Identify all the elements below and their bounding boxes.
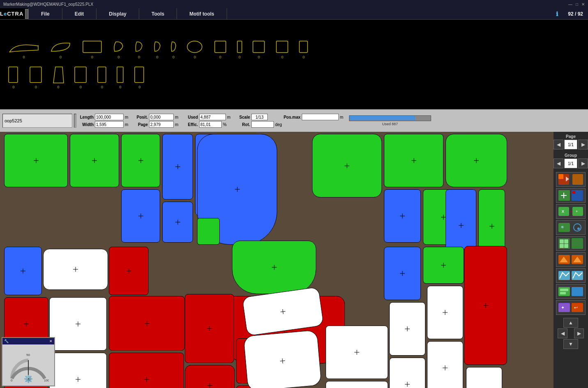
- piece-blue-r2-1[interactable]: [4, 247, 42, 295]
- tool-btn-6[interactable]: [556, 252, 586, 267]
- piece-5[interactable]: [162, 134, 193, 200]
- info-button[interactable]: ℹ: [551, 8, 563, 19]
- posit-input[interactable]: [149, 114, 174, 120]
- tool-icon-6: [558, 253, 584, 266]
- thumb-item-14[interactable]: 0: [7, 66, 20, 89]
- piece-4[interactable]: [121, 189, 160, 243]
- piece-white-r3-2[interactable]: [49, 353, 107, 388]
- thumb-item-20[interactable]: 0: [133, 66, 146, 89]
- thumb-item-19[interactable]: 0: [116, 66, 124, 89]
- piece-green-tr1[interactable]: [312, 134, 382, 197]
- thumb-svg-13: [299, 40, 309, 54]
- posmax-input[interactable]: [302, 114, 339, 120]
- tool-icon-5: [558, 237, 584, 250]
- tool-btn-5[interactable]: [556, 236, 586, 251]
- minimize-btn[interactable]: —: [568, 2, 572, 7]
- thumb-item-12[interactable]: 0: [275, 40, 289, 59]
- piece-white-r3-right2[interactable]: [326, 381, 388, 388]
- width-input[interactable]: [95, 121, 124, 128]
- piece-2[interactable]: [70, 134, 119, 187]
- rot-input[interactable]: [251, 121, 274, 128]
- piece-red-right-col[interactable]: [464, 246, 507, 365]
- piece-white-fr-1[interactable]: [389, 302, 425, 356]
- svg-rect-20: [558, 174, 563, 179]
- svg-rect-12: [135, 67, 144, 83]
- page-prev-btn[interactable]: ◀: [554, 140, 563, 149]
- menu-edit[interactable]: Edit: [62, 8, 97, 19]
- piece-white-r2-1[interactable]: [43, 249, 108, 290]
- scroll-right-btn[interactable]: ▶: [574, 328, 584, 338]
- thumb-item-18[interactable]: 0: [97, 66, 107, 89]
- svg-text:↩: ↩: [574, 305, 578, 310]
- thumb-item-13[interactable]: 0: [299, 40, 309, 59]
- scroll-left-btn[interactable]: ◀: [558, 328, 567, 338]
- thumb-num-3: 0: [91, 55, 93, 59]
- thumb-item-16[interactable]: 0: [52, 66, 64, 89]
- thumb-item-11[interactable]: 0: [252, 40, 266, 59]
- thumb-item-9[interactable]: 0: [213, 40, 227, 59]
- piece-green-r2-right[interactable]: [423, 247, 464, 284]
- scroll-up-btn[interactable]: ▲: [563, 318, 578, 328]
- svg-text:+: +: [576, 209, 578, 214]
- piece-green-tr2[interactable]: [384, 134, 443, 187]
- thumb-item-4[interactable]: 0: [113, 40, 125, 59]
- piece-white-r3-right1[interactable]: [326, 326, 388, 379]
- effic-input[interactable]: [199, 121, 222, 128]
- menu-tools[interactable]: Tools: [139, 8, 177, 19]
- piece-blue-r1[interactable]: [384, 189, 421, 243]
- piece-blue-r2-right[interactable]: [384, 247, 421, 300]
- piece-white-fr-6[interactable]: [466, 367, 502, 388]
- thumb-item-5[interactable]: 0: [134, 40, 144, 59]
- tool-btn-9[interactable]: ✦ ↩: [556, 300, 586, 315]
- tool-btn-8[interactable]: [556, 284, 586, 299]
- piece-red-r2-1[interactable]: [109, 247, 149, 295]
- tool-btn-4[interactable]: 🔍: [556, 220, 586, 235]
- group-prev-btn[interactable]: ◀: [554, 158, 563, 168]
- thumb-item-1[interactable]: 0: [7, 40, 40, 59]
- piece-green-fr1[interactable]: [446, 134, 507, 187]
- widget-close[interactable]: ✕: [49, 339, 53, 343]
- piece-white-fr-4[interactable]: [427, 341, 463, 388]
- thumb-item-7[interactable]: 0: [170, 40, 177, 59]
- svg-rect-4: [253, 41, 264, 53]
- tool-btn-2[interactable]: [556, 188, 586, 203]
- piece-green-curve[interactable]: [232, 241, 316, 294]
- page-next-btn[interactable]: ▶: [578, 140, 588, 149]
- piece-red-round-1[interactable]: [185, 365, 235, 388]
- svg-rect-0: [83, 41, 101, 53]
- piece-white-curve-r3[interactable]: [243, 330, 322, 388]
- piece-3[interactable]: [121, 134, 160, 187]
- piece-1[interactable]: [4, 134, 68, 187]
- thumb-item-3[interactable]: 0: [81, 40, 103, 59]
- length-input[interactable]: [95, 114, 124, 120]
- scroll-down-btn[interactable]: ▼: [563, 339, 578, 349]
- piece-red-r2-2[interactable]: [109, 296, 185, 351]
- menu-display[interactable]: Display: [96, 8, 139, 19]
- thumb-item-10[interactable]: 0: [237, 40, 243, 59]
- marker-canvas[interactable]: 🔧 ✕ 0 50 100 ⚙️: [0, 132, 554, 388]
- menu-file[interactable]: File: [29, 8, 62, 19]
- thumb-item-15[interactable]: 0: [29, 66, 43, 89]
- thumb-item-6[interactable]: 0: [153, 40, 161, 59]
- group-next-btn[interactable]: ▶: [578, 158, 588, 168]
- maximize-btn[interactable]: □: [576, 2, 578, 7]
- thumb-item-2[interactable]: 0: [49, 40, 72, 59]
- used-input[interactable]: [199, 114, 226, 120]
- piece-white-fr-3[interactable]: [427, 286, 463, 339]
- piece-red-r3-mid[interactable]: [109, 353, 184, 388]
- thumb-item-8[interactable]: 0: [186, 40, 204, 59]
- tool-btn-7[interactable]: [556, 268, 586, 283]
- piece-6[interactable]: [162, 202, 193, 243]
- thumb-item-17[interactable]: 0: [74, 66, 88, 89]
- titlebar-controls[interactable]: — □ ✕: [568, 2, 585, 7]
- piece-white-r3-1[interactable]: [49, 297, 107, 351]
- piece-white-fr-2[interactable]: [389, 358, 425, 388]
- piece-8[interactable]: [197, 218, 220, 245]
- menu-motif-tools[interactable]: Motif tools: [177, 8, 227, 19]
- tool-btn-3[interactable]: X +: [556, 204, 586, 219]
- page-input[interactable]: [149, 121, 174, 128]
- tool-btn-1[interactable]: [556, 172, 586, 187]
- piece-red-r2-3[interactable]: [185, 294, 234, 363]
- close-btn[interactable]: ✕: [581, 2, 585, 7]
- small-widget[interactable]: 🔧 ✕ 0 50 100 ⚙️: [2, 337, 55, 386]
